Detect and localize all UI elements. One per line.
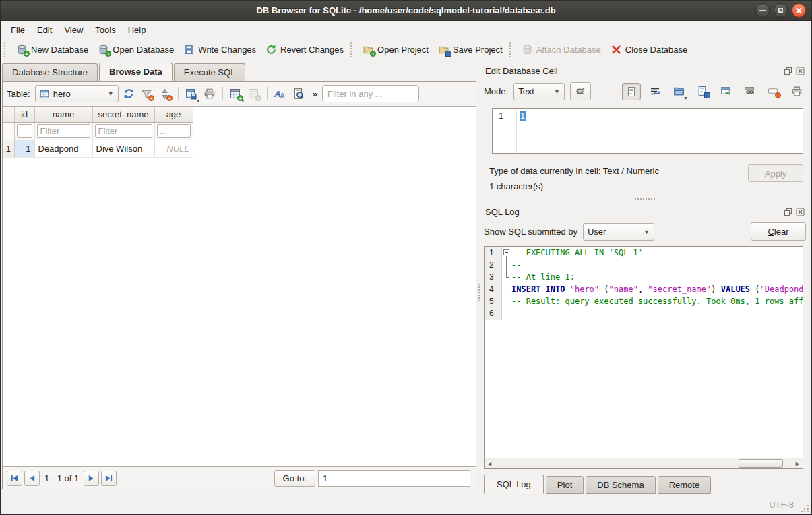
column-header-age[interactable]: age: [154, 107, 193, 122]
row-number[interactable]: 1: [3, 140, 14, 157]
auto-switch-mode-button[interactable]: [570, 82, 591, 100]
word-wrap-button[interactable]: [646, 83, 664, 100]
mode-select[interactable]: Text ▼: [513, 83, 565, 100]
filter-input-secret-name[interactable]: [95, 124, 152, 138]
toolbar-drag-handle[interactable]: [350, 42, 356, 57]
window-controls: [755, 3, 806, 18]
close-button[interactable]: [792, 3, 806, 18]
cell-age[interactable]: NULL: [154, 140, 193, 157]
filter-input-age[interactable]: [157, 124, 191, 138]
close-dock-button[interactable]: [795, 66, 805, 75]
maximize-button[interactable]: [774, 3, 788, 18]
write-changes-button[interactable]: Write Changes: [179, 41, 261, 58]
save-results-button[interactable]: ▾: [183, 85, 199, 102]
open-database-button[interactable]: › Open Database ▾: [93, 41, 179, 58]
tab-sql-log[interactable]: SQL Log: [484, 475, 544, 494]
show-sql-select[interactable]: User ▼: [583, 223, 654, 241]
export-to-file-button[interactable]: [693, 83, 712, 100]
cell-name[interactable]: Deadpond: [34, 140, 92, 157]
close-database-button[interactable]: Close Database: [606, 41, 693, 58]
insert-record-button[interactable]: + ▾: [228, 85, 244, 102]
import-dropdown-icon[interactable]: ▾: [684, 95, 687, 101]
tab-remote[interactable]: Remote: [658, 476, 712, 494]
attach-database-button: Attach Database: [517, 41, 606, 58]
new-database-icon: +: [16, 44, 28, 55]
log-horizontal-scrollbar[interactable]: ◀ ▶: [485, 458, 803, 468]
import-from-file-button[interactable]: ▾: [669, 83, 688, 100]
open-project-button[interactable]: › Open Project: [358, 41, 433, 58]
tab-execute-sql[interactable]: Execute SQL: [174, 63, 246, 81]
minimize-button[interactable]: [755, 3, 770, 18]
tab-browse-data[interactable]: Browse Data: [99, 63, 173, 82]
open-database-icon: ›: [98, 44, 109, 55]
set-null-button[interactable]: −: [763, 83, 782, 100]
cell-secret-name[interactable]: Dive Wilson: [92, 140, 154, 157]
data-grid[interactable]: id name secret_name age: [3, 106, 476, 467]
tab-database-structure[interactable]: Database Structure: [2, 63, 98, 81]
clear-sorting-button[interactable]: −: [157, 85, 173, 102]
scrollbar-thumb[interactable]: [739, 459, 783, 468]
pane-splitter[interactable]: [476, 61, 481, 494]
resize-grip[interactable]: [801, 504, 809, 512]
corner-header[interactable]: [3, 107, 14, 122]
table-icon: [40, 89, 49, 98]
tab-plot[interactable]: Plot: [546, 476, 584, 494]
save-project-button[interactable]: Save Project: [433, 41, 507, 58]
revert-changes-label: Revert Changes: [280, 44, 344, 55]
scrollbar-track[interactable]: [495, 458, 792, 468]
goto-button[interactable]: Go to:: [274, 470, 315, 487]
toolbar-drag-handle[interactable]: [4, 42, 9, 57]
close-dock-button[interactable]: [795, 207, 805, 216]
open-in-external-app-button[interactable]: [716, 83, 735, 100]
menu-edit[interactable]: Edit: [31, 23, 58, 37]
table-select[interactable]: hero ▼: [35, 85, 119, 102]
toolbar-drag-handle[interactable]: [509, 42, 515, 57]
refresh-button[interactable]: [121, 85, 137, 102]
clear-filters-button[interactable]: −: [139, 85, 155, 102]
log-line-text: INSERT INTO "hero" ("name", "secret_name…: [511, 283, 803, 295]
print-cell-button[interactable]: [787, 83, 806, 100]
previous-record-button[interactable]: [24, 471, 40, 486]
first-record-button[interactable]: [7, 471, 22, 486]
filter-input-id[interactable]: [17, 124, 32, 138]
fold-marker-icon[interactable]: [502, 247, 511, 259]
insert-record-dropdown-icon[interactable]: ▾: [241, 98, 244, 104]
column-header-id[interactable]: id: [14, 107, 34, 122]
dock-splitter[interactable]: [484, 194, 806, 204]
document-tabs: Database Structure Browse Data Execute S…: [2, 63, 476, 81]
cell-id[interactable]: 1: [14, 140, 34, 157]
menu-file[interactable]: File: [5, 23, 31, 37]
sql-log-line: 3-- At line 1:: [485, 271, 803, 283]
clear-log-button[interactable]: Clear: [751, 222, 806, 241]
menu-view[interactable]: View: [58, 23, 89, 37]
tab-db-schema[interactable]: DB Schema: [586, 476, 655, 494]
chevron-down-icon: ▼: [102, 90, 114, 97]
revert-changes-button[interactable]: Revert Changes: [261, 41, 348, 58]
mode-select-value: Text: [518, 86, 534, 96]
column-header-name[interactable]: name: [34, 107, 92, 122]
toolbar-overflow-button[interactable]: »: [313, 89, 317, 99]
copy-link-button[interactable]: [740, 83, 759, 100]
scroll-left-arrow[interactable]: ◀: [485, 458, 495, 468]
float-dock-button[interactable]: [783, 207, 792, 216]
encoding-indicator[interactable]: UTF-8: [769, 499, 794, 510]
log-line-number: 4: [485, 283, 502, 295]
cell-value-editor[interactable]: 1 1: [492, 108, 803, 154]
last-record-button[interactable]: [101, 471, 117, 486]
print-button[interactable]: [201, 85, 218, 102]
font-settings-button[interactable]: AA: [272, 85, 288, 102]
menu-help[interactable]: Help: [122, 23, 152, 37]
filter-any-input[interactable]: [322, 85, 419, 102]
column-header-secret-name[interactable]: secret_name: [92, 107, 154, 122]
float-dock-button[interactable]: [783, 66, 792, 75]
find-in-table-button[interactable]: [290, 85, 307, 102]
text-view-button[interactable]: [622, 83, 641, 100]
goto-input[interactable]: [318, 470, 470, 487]
scroll-right-arrow[interactable]: ▶: [792, 458, 803, 468]
save-results-dropdown-icon[interactable]: ▾: [197, 98, 199, 104]
sql-log-view[interactable]: 1-- EXECUTING ALL IN 'SQL 1'2--3-- At li…: [484, 246, 803, 469]
filter-input-name[interactable]: [37, 124, 90, 138]
next-record-button[interactable]: [84, 471, 99, 486]
new-database-button[interactable]: + New Database: [11, 41, 93, 58]
menu-tools[interactable]: Tools: [89, 23, 121, 37]
